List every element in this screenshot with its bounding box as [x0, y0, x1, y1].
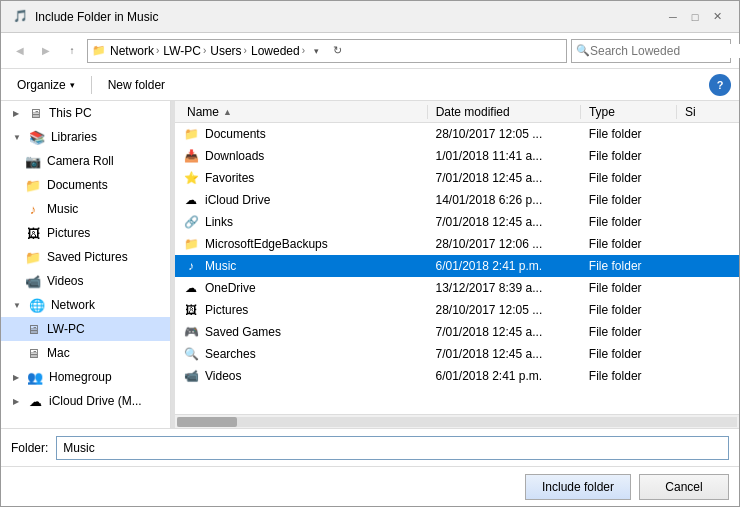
file-row-documents[interactable]: 📁Documents 28/10/2017 12:05 ... File fol… — [175, 123, 739, 145]
sidebar-item-camera-roll[interactable]: 📷 Camera Roll — [1, 149, 170, 173]
sidebar-label-libraries: Libraries — [51, 130, 97, 144]
column-name[interactable]: Name ▲ — [179, 105, 428, 119]
include-folder-button[interactable]: Include folder — [525, 474, 631, 500]
sidebar-item-libraries[interactable]: ▼ 📚 Libraries — [1, 125, 170, 149]
file-row-saved-games[interactable]: 🎮Saved Games 7/01/2018 12:45 a... File f… — [175, 321, 739, 343]
sidebar-item-pictures[interactable]: 🖼 Pictures — [1, 221, 170, 245]
address-bar[interactable]: 📁 Network › LW-PC › Users › Loweded › ▾ … — [87, 39, 567, 63]
links-icon: 🔗 — [183, 214, 199, 230]
file-row-favorites[interactable]: ⭐Favorites 7/01/2018 12:45 a... File fol… — [175, 167, 739, 189]
file-row-links[interactable]: 🔗Links 7/01/2018 12:45 a... File folder — [175, 211, 739, 233]
column-size[interactable]: Si — [677, 105, 735, 119]
sidebar-item-homegroup[interactable]: ▶ 👥 Homegroup — [1, 365, 170, 389]
scroll-thumb[interactable] — [177, 417, 237, 427]
libraries-icon: 📚 — [29, 129, 45, 145]
title-bar-left: 🎵 Include Folder in Music — [13, 9, 158, 25]
pictures-file-icon: 🖼 — [183, 302, 199, 318]
organize-arrow-icon: ▾ — [70, 80, 75, 90]
file-row-edge-backups[interactable]: 📁MicrosoftEdgeBackups 28/10/2017 12:06 .… — [175, 233, 739, 255]
favorites-icon: ⭐ — [183, 170, 199, 186]
minimize-button[interactable]: ─ — [663, 7, 683, 27]
breadcrumb-loweded[interactable]: Loweded › — [251, 44, 305, 58]
sidebar-label-network: Network — [51, 298, 95, 312]
sidebar-label-camera-roll: Camera Roll — [47, 154, 114, 168]
file-row-music[interactable]: ♪Music 6/01/2018 2:41 p.m. File folder — [175, 255, 739, 277]
main-content: ▶ 🖥 This PC ▼ 📚 Libraries 📷 Camera Roll … — [1, 101, 739, 428]
expand-icon: ▶ — [13, 397, 19, 406]
sidebar-label-mac: Mac — [47, 346, 70, 360]
new-folder-label: New folder — [108, 78, 165, 92]
column-type[interactable]: Type — [581, 105, 677, 119]
onedrive-icon: ☁ — [183, 280, 199, 296]
sidebar-item-music[interactable]: ♪ Music — [1, 197, 170, 221]
videos-icon: 📹 — [25, 273, 41, 289]
cancel-button[interactable]: Cancel — [639, 474, 729, 500]
sidebar-label-videos: Videos — [47, 274, 83, 288]
address-dropdown-button[interactable]: ▾ — [309, 40, 323, 62]
file-list-container: Name ▲ Date modified Type Si 📁Documents … — [175, 101, 739, 428]
forward-button[interactable]: ▶ — [35, 40, 57, 62]
downloads-icon: 📥 — [183, 148, 199, 164]
help-button[interactable]: ? — [709, 74, 731, 96]
sort-arrow-icon: ▲ — [223, 107, 232, 117]
up-button[interactable]: ↑ — [61, 40, 83, 62]
toolbar: Organize ▾ New folder ? — [1, 69, 739, 101]
toolbar-separator — [91, 76, 92, 94]
back-button[interactable]: ◀ — [9, 40, 31, 62]
search-input[interactable] — [590, 44, 740, 58]
search-icon: 🔍 — [576, 44, 590, 57]
file-row-downloads[interactable]: 📥Downloads 1/01/2018 11:41 a... File fol… — [175, 145, 739, 167]
file-row-pictures[interactable]: 🖼Pictures 28/10/2017 12:05 ... File fold… — [175, 299, 739, 321]
videos-file-icon: 📹 — [183, 368, 199, 384]
file-row-onedrive[interactable]: ☁OneDrive 13/12/2017 8:39 a... File fold… — [175, 277, 739, 299]
file-list: 📁Documents 28/10/2017 12:05 ... File fol… — [175, 123, 739, 414]
sidebar-item-mac[interactable]: 🖥 Mac — [1, 341, 170, 365]
sidebar-label-lw-pc: LW-PC — [47, 322, 85, 336]
edge-icon: 📁 — [183, 236, 199, 252]
searches-icon: 🔍 — [183, 346, 199, 362]
folder-input[interactable] — [56, 436, 729, 460]
scroll-track — [177, 417, 737, 427]
sidebar-label-music: Music — [47, 202, 78, 216]
sidebar-item-saved-pictures[interactable]: 📁 Saved Pictures — [1, 245, 170, 269]
pc-icon: 🖥 — [27, 105, 43, 121]
sidebar-item-this-pc[interactable]: ▶ 🖥 This PC — [1, 101, 170, 125]
sidebar-item-documents[interactable]: 📁 Documents — [1, 173, 170, 197]
network-icon: 🌐 — [29, 297, 45, 313]
folder-label: Folder: — [11, 441, 48, 455]
title-controls: ─ □ ✕ — [663, 7, 727, 27]
nav-bar: ◀ ▶ ↑ 📁 Network › LW-PC › Users › Lowede… — [1, 33, 739, 69]
games-icon: 🎮 — [183, 324, 199, 340]
dialog-window: 🎵 Include Folder in Music ─ □ ✕ ◀ ▶ ↑ 📁 … — [0, 0, 740, 507]
sidebar-item-icloud[interactable]: ▶ ☁ iCloud Drive (M... — [1, 389, 170, 413]
sidebar-item-network[interactable]: ▼ 🌐 Network — [1, 293, 170, 317]
file-row-icloud[interactable]: ☁iCloud Drive 14/01/2018 6:26 p... File … — [175, 189, 739, 211]
sidebar-label-documents: Documents — [47, 178, 108, 192]
dialog-icon: 🎵 — [13, 9, 29, 25]
button-bar: Include folder Cancel — [1, 466, 739, 506]
refresh-button[interactable]: ↻ — [327, 40, 347, 62]
folder-icon: 📁 — [183, 126, 199, 142]
search-box[interactable]: 🔍 — [571, 39, 731, 63]
column-modified[interactable]: Date modified — [428, 105, 581, 119]
sidebar-item-lw-pc[interactable]: 🖥 LW-PC — [1, 317, 170, 341]
file-row-videos[interactable]: 📹Videos 6/01/2018 2:41 p.m. File folder — [175, 365, 739, 387]
close-button[interactable]: ✕ — [707, 7, 727, 27]
dialog-title: Include Folder in Music — [35, 10, 158, 24]
file-row-searches[interactable]: 🔍Searches 7/01/2018 12:45 a... File fold… — [175, 343, 739, 365]
sidebar-label-icloud: iCloud Drive (M... — [49, 394, 142, 408]
breadcrumb-network[interactable]: Network › — [110, 44, 159, 58]
pictures-icon: 🖼 — [25, 225, 41, 241]
sidebar-label-pictures: Pictures — [47, 226, 90, 240]
maximize-button[interactable]: □ — [685, 7, 705, 27]
sidebar-item-videos[interactable]: 📹 Videos — [1, 269, 170, 293]
new-folder-button[interactable]: New folder — [100, 74, 173, 96]
lw-pc-icon: 🖥 — [25, 321, 41, 337]
organize-button[interactable]: Organize ▾ — [9, 74, 83, 96]
horizontal-scrollbar[interactable] — [175, 414, 739, 428]
expand-icon: ▶ — [13, 373, 19, 382]
mac-icon: 🖥 — [25, 345, 41, 361]
music-icon: ♪ — [25, 201, 41, 217]
breadcrumb-lwpc[interactable]: LW-PC › — [163, 44, 206, 58]
breadcrumb-users[interactable]: Users › — [210, 44, 247, 58]
